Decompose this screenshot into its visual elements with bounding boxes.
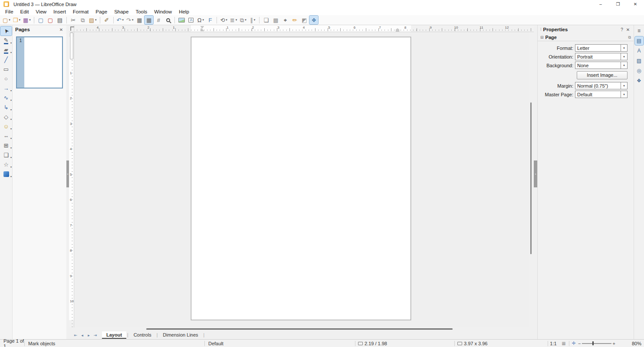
pages-panel-close-icon[interactable]: ✕ [59, 27, 64, 32]
export-button[interactable]: ▢ [36, 16, 45, 24]
sidebar-tab-sidebar-settings[interactable]: ≡ [635, 26, 644, 35]
new-document-button[interactable]: ▢▾ [2, 16, 11, 24]
dropdown-arrow-icon[interactable]: ▾ [203, 18, 204, 22]
minimize-button[interactable]: – [592, 0, 609, 8]
chevron-down-icon[interactable]: ▾ [621, 53, 627, 60]
dropdown-arrow-icon[interactable]: ▾ [10, 127, 12, 130]
align-objects-button[interactable]: ≣▾ [229, 16, 238, 24]
ellipse-button[interactable]: ○ [0, 74, 12, 83]
vertical-ruler[interactable]: 12345678910 [69, 32, 74, 327]
cut-button[interactable]: ✂ [69, 16, 78, 24]
properties-help-icon[interactable]: ? [619, 27, 625, 32]
dropdown-arrow-icon[interactable]: ▾ [10, 41, 12, 44]
zoom-slider[interactable]: − + [578, 341, 615, 346]
gluepoint-functions-button[interactable]: ✏ [290, 16, 299, 24]
helplines-while-moving-button[interactable]: # [154, 16, 163, 24]
maximize-button[interactable]: ❐ [609, 0, 627, 8]
edit-points-button[interactable]: ⌖ [281, 16, 289, 24]
curves-and-polygons-button[interactable]: ∿▾ [0, 93, 12, 102]
chevron-down-icon[interactable]: ▾ [621, 62, 627, 69]
toggle-extrusion-button[interactable]: ◩ [300, 16, 309, 24]
clone-formatting-button[interactable]: ✐ [102, 16, 111, 24]
redo-button[interactable]: ↷▾ [125, 16, 134, 24]
last-page-button[interactable]: ⇥ [92, 333, 99, 337]
crop-image-button[interactable]: ▩ [271, 16, 280, 24]
insert-text-box-button[interactable]: A [187, 16, 195, 24]
connectors-button[interactable]: ↳▾ [0, 103, 12, 112]
menu-view[interactable]: View [32, 9, 50, 15]
menu-insert[interactable]: Insert [50, 9, 69, 15]
first-page-button[interactable]: ⇤ [72, 333, 79, 337]
dropdown-arrow-icon[interactable]: ▾ [10, 98, 12, 101]
sidebar-tab-gallery[interactable]: ▨ [635, 56, 644, 65]
status-zoom-percent[interactable]: 80% [615, 341, 644, 346]
undo-button[interactable]: ↶▾ [116, 16, 125, 24]
show-draw-functions-button[interactable]: ❖ [309, 16, 318, 24]
horizontal-scrollbar[interactable] [69, 327, 534, 331]
dropdown-arrow-icon[interactable]: ▾ [19, 18, 20, 22]
arrange-button[interactable]: ⧉▾ [239, 16, 247, 24]
dropdown-arrow-icon[interactable]: ▾ [10, 118, 12, 121]
line-color-button[interactable]: ✎▾ [0, 36, 12, 45]
transformations-button[interactable]: ⟲▾ [219, 16, 228, 24]
dropdown-arrow-icon[interactable]: ▾ [9, 18, 10, 22]
fit-page-icon[interactable]: ✛ [569, 340, 578, 346]
dropdown-arrow-icon[interactable]: ▾ [10, 108, 12, 111]
select-button[interactable]: ➤ [0, 26, 12, 36]
sidebar-tab-navigator[interactable]: ◎ [635, 66, 644, 75]
dropdown-arrow-icon[interactable]: ▾ [254, 18, 256, 22]
dropdown-arrow-icon[interactable]: ▾ [10, 156, 12, 159]
menu-format[interactable]: Format [69, 9, 92, 15]
rectangle-button[interactable]: ▭ [0, 65, 12, 74]
dropdown-arrow-icon[interactable]: ▾ [10, 175, 12, 178]
chevron-down-icon[interactable]: ▾ [621, 91, 627, 98]
section-collapse-icon[interactable]: ⊟ [540, 35, 544, 39]
zoom-pan-button[interactable] [164, 16, 172, 24]
paste-button[interactable]: ▧▾ [88, 16, 98, 24]
dropdown-arrow-icon[interactable]: ▾ [245, 18, 246, 22]
insert-special-character-button[interactable]: Ω▾ [196, 16, 205, 24]
menu-help[interactable]: Help [175, 9, 193, 15]
chevron-down-icon[interactable]: ▾ [621, 45, 627, 51]
previous-page-button[interactable]: ◂ [79, 333, 85, 337]
dropdown-arrow-icon[interactable]: ▾ [236, 18, 237, 22]
shadow-button[interactable]: ❏ [262, 16, 270, 24]
dropdown-arrow-icon[interactable]: ▾ [10, 51, 12, 54]
dropdown-arrow-icon[interactable]: ▾ [10, 165, 12, 168]
insert-line-button[interactable]: ╱ [0, 55, 12, 64]
menu-edit[interactable]: Edit [17, 9, 33, 15]
dropdown-arrow-icon[interactable]: ▾ [95, 18, 97, 22]
properties-close-icon[interactable]: ✕ [625, 27, 631, 32]
horizontal-ruler[interactable]: 4321123456789101112 [74, 25, 534, 32]
dropdown-arrow-icon[interactable]: ▾ [122, 18, 124, 22]
zoom-out-icon[interactable]: − [578, 341, 581, 346]
sidebar-splitter[interactable]: › [534, 25, 537, 339]
next-page-button[interactable]: ▸ [85, 333, 92, 337]
status-scale[interactable]: 1:1 [548, 341, 559, 346]
vertical-scrollbar-thumb[interactable] [530, 102, 532, 254]
tab-controls[interactable]: Controls [129, 331, 156, 339]
horizontal-scrollbar-thumb[interactable] [146, 328, 453, 330]
3d-objects-button[interactable]: ▾ [0, 170, 12, 179]
callout-shapes-button[interactable]: ❑▾ [0, 151, 12, 160]
ruler-origin-corner[interactable] [69, 25, 74, 32]
unsaved-changes-icon[interactable]: ▦ [559, 341, 569, 346]
sidebar-tab-styles[interactable]: A [635, 46, 644, 55]
vertical-scrollbar[interactable] [529, 32, 534, 327]
tab-dimension-lines[interactable]: Dimension Lines [158, 331, 202, 339]
dropdown-arrow-icon[interactable]: ▾ [10, 137, 12, 140]
close-button[interactable]: ✕ [627, 0, 644, 8]
distribution-button[interactable]: ∥▾ [248, 16, 257, 24]
chevron-down-icon[interactable]: ▾ [621, 82, 627, 89]
background-select[interactable]: None▾ [575, 62, 628, 69]
dropdown-arrow-icon[interactable]: ▾ [132, 18, 134, 22]
insert-image-button[interactable]: Insert Image... [577, 71, 628, 79]
sidebar-tab-shapes[interactable]: ❖ [635, 76, 644, 85]
insert-image-button[interactable] [177, 16, 186, 24]
menu-shape[interactable]: Shape [111, 9, 132, 15]
sidebar-splitter-grip[interactable]: › [534, 160, 537, 187]
save-button[interactable]: ▦▾ [22, 16, 32, 24]
drawing-page[interactable] [191, 37, 411, 320]
menu-file[interactable]: File [2, 9, 17, 15]
open-folder-button[interactable]: ❒▾ [12, 16, 21, 24]
